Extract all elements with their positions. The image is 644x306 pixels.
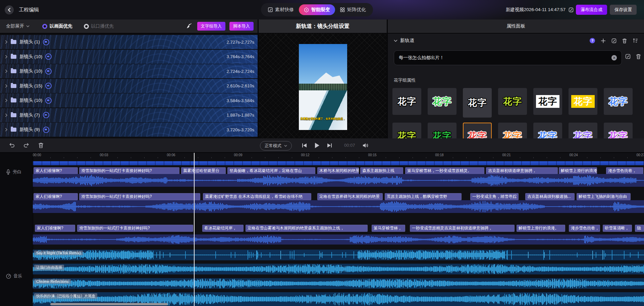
edit-icon[interactable] bbox=[611, 38, 616, 43]
fancy-text-style-tile[interactable]: 花字 bbox=[428, 88, 457, 115]
music-waveform-track[interactable]: Say It Right (TikTok Remix) bbox=[33, 250, 644, 260]
subtitle-clip[interactable]: 策马穿梭雪林， bbox=[372, 225, 405, 232]
delete-icon[interactable] bbox=[38, 142, 44, 148]
radio-voice-label[interactable]: 以口播优先 bbox=[91, 23, 114, 29]
chevron-right-icon[interactable] bbox=[5, 128, 8, 132]
chevron-right-icon[interactable] bbox=[5, 98, 8, 102]
expand-all-dropdown[interactable]: 全部展开 bbox=[6, 23, 30, 29]
horizontal-scrollbar[interactable] bbox=[50, 303, 168, 305]
shot-group-row[interactable]: 新镜头 (10)2.724s-2.724s bbox=[0, 64, 258, 78]
subtitle-clip[interactable]: 解锁雪上滑行的浪漫 bbox=[559, 167, 597, 174]
save-settings-button[interactable]: 保存设置 bbox=[610, 5, 637, 15]
tab-smart-split[interactable]: 智能裂变 bbox=[299, 4, 335, 15]
video-preview[interactable]: 晨雾漫过雪顶木屋了，在禾木桥边驻足， bbox=[299, 44, 347, 130]
radio-screen-first[interactable] bbox=[42, 24, 47, 29]
subtitle-clip[interactable]: 吉克普林高级到极速驰... bbox=[525, 193, 575, 200]
fancy-text-style-tile[interactable]: 花字 bbox=[569, 123, 597, 138]
subtitle-clip[interactable]: 家人们谁懂啊? bbox=[35, 225, 75, 232]
camera-swap-icon[interactable] bbox=[43, 112, 49, 118]
camera-swap-icon[interactable] bbox=[43, 39, 49, 45]
rename-icon[interactable] bbox=[569, 7, 574, 12]
subtitle-clip[interactable]: 滑雪加旅拍的一站式打卡直接封神好吗? bbox=[77, 225, 193, 232]
subtitle-clip[interactable]: 荒原主题旅拍上线，酷飒穿梭雪野 bbox=[385, 193, 462, 200]
subtitle-clip[interactable]: 吉克普林初级道肆意驰骋， bbox=[486, 167, 558, 174]
subtitle-clip[interactable]: 听雪落清晰， bbox=[603, 225, 632, 232]
playhead[interactable] bbox=[194, 153, 195, 306]
subtitle-clip[interactable]: 登高俯瞰，看冰花凝结河岸，定格在雪山 bbox=[227, 167, 315, 174]
script-import-button[interactable]: 脚本导入 bbox=[229, 22, 254, 31]
music-waveform-track[interactable]: Chrome Reflections bbox=[33, 278, 644, 289]
camera-swap-icon[interactable] bbox=[45, 97, 52, 104]
fancy-text-style-tile[interactable]: 花字 bbox=[392, 88, 421, 115]
undo-icon[interactable] bbox=[9, 143, 15, 148]
video-track-strip[interactable] bbox=[33, 161, 644, 165]
subtitle-clip[interactable]: 一秒变成雪原精灵吉克普林初级道肆意驰骋， bbox=[410, 225, 515, 232]
delete-icon[interactable] bbox=[636, 54, 641, 59]
subtitle-clip[interactable]: 漫步雪色街巷， bbox=[569, 225, 600, 232]
chevron-right-icon[interactable] bbox=[5, 55, 8, 59]
caption-text-input[interactable]: 每一张怎么拍都出片！ ✕ bbox=[394, 50, 622, 65]
fancy-text-style-tile[interactable]: 花字 bbox=[533, 88, 562, 115]
radio-voice-first[interactable] bbox=[84, 24, 89, 29]
back-button[interactable] bbox=[5, 5, 14, 14]
radio-screen-label[interactable]: 以画面优先 bbox=[50, 23, 72, 29]
edit-icon[interactable] bbox=[625, 54, 631, 59]
add-icon[interactable] bbox=[601, 38, 606, 43]
subtitle-clip[interactable]: 滑雪加旅拍的一站式打卡直接封神好吗? bbox=[79, 167, 179, 174]
next-frame-icon[interactable] bbox=[327, 143, 332, 148]
text-group-import-button[interactable]: 文字组导入 bbox=[197, 22, 226, 31]
subtitle-clip[interactable]: 晨雾漫过哈登观景台 bbox=[181, 167, 226, 174]
sort-list-icon[interactable] bbox=[633, 38, 638, 43]
camera-swap-icon[interactable] bbox=[45, 83, 52, 89]
subtitle-clip[interactable]: 解锁雪上滑行的浪漫。 bbox=[517, 225, 565, 232]
camera-swap-icon[interactable] bbox=[45, 68, 52, 75]
fancy-text-style-tile[interactable]: 花字 bbox=[463, 88, 492, 118]
subtitle-clip[interactable]: 漫步雪色街巷， bbox=[606, 167, 643, 174]
music-waveform-track[interactable]: 让我们自由选择 bbox=[33, 264, 644, 274]
fancy-text-style-tile[interactable]: 花字 bbox=[604, 123, 633, 138]
subtitle-clip[interactable]: 森系主题旅拍上线 bbox=[360, 167, 403, 174]
shot-group-row[interactable]: 新镜头 (9)3.720s-3.720s bbox=[0, 123, 258, 137]
play-icon[interactable] bbox=[314, 142, 320, 148]
fancy-text-style-tile[interactable]: 花字 bbox=[463, 123, 492, 138]
fancy-text-style-tile[interactable]: 花字 bbox=[498, 88, 527, 115]
play-mode-dropdown[interactable]: 正常模式 bbox=[260, 141, 292, 150]
fancy-text-style-tile[interactable]: 花字 bbox=[604, 88, 633, 115]
fancy-text-style-tile[interactable]: 花字 bbox=[498, 123, 527, 138]
chevron-right-icon[interactable] bbox=[5, 84, 8, 88]
subtitle-clip[interactable]: 定格在雪山雾凇与木屋同框的绝景森系主题旅拍上线， bbox=[246, 225, 368, 232]
subtitle-clip[interactable]: 策马穿梭雪林，一秒变成雪原精灵。 bbox=[405, 167, 484, 174]
shot-group-row[interactable]: 新镜头 (15)2.610s-2.610s bbox=[0, 79, 258, 93]
fancy-text-style-tile[interactable]: 花字 bbox=[428, 123, 457, 138]
subtitle-clip[interactable]: 看冰花凝结河岸， bbox=[202, 225, 244, 232]
subtitle-clip[interactable]: 家人们谁懂啊? bbox=[34, 167, 78, 174]
tab-material-fix[interactable]: 素材快修 bbox=[263, 4, 299, 15]
fancy-text-style-tile[interactable]: 花字 bbox=[533, 123, 562, 138]
delete-icon[interactable] bbox=[622, 38, 627, 43]
chevron-right-icon[interactable] bbox=[5, 40, 8, 44]
subtitle-clip[interactable]: 滑雪加旅拍的一站式打卡直接封神好吗? bbox=[79, 193, 200, 200]
chevron-right-icon[interactable] bbox=[5, 113, 8, 117]
waterfall-compose-button[interactable]: 瀑布流合成 bbox=[576, 5, 607, 15]
subtitle-clip[interactable]: 定格在雪原界碑与木屋同框的绝景 bbox=[317, 193, 383, 200]
clear-input-icon[interactable]: ✕ bbox=[611, 55, 617, 60]
prev-frame-icon[interactable] bbox=[302, 143, 307, 148]
camera-swap-icon[interactable] bbox=[45, 53, 52, 60]
shot-group-row[interactable]: 新镜头 (1)2.727s-2.727s bbox=[0, 35, 258, 49]
subtitle-clip[interactable]: 解锁雪上飞驰的刺激与自由 bbox=[577, 193, 631, 200]
broom-icon[interactable] bbox=[186, 23, 192, 29]
fancy-text-style-tile[interactable]: 花字 bbox=[569, 88, 597, 115]
narration-waveform-track[interactable] bbox=[33, 174, 644, 187]
fancy-text-style-tile[interactable]: 花字 bbox=[392, 123, 421, 138]
volume-icon[interactable] bbox=[363, 143, 369, 148]
subtitle-clip[interactable]: 隐 bbox=[635, 225, 644, 232]
shot-group-row[interactable]: 新镜头 (7)1.887s-1.887s bbox=[0, 108, 258, 122]
subtitle-clip[interactable]: 木桥与木屋同框的绝景 bbox=[317, 167, 359, 174]
subtitle-clip[interactable]: 晨雾漫过旷野雪原 在禾木边境线驻足，看雪岭连绵不绝 bbox=[203, 193, 311, 200]
subtitle-clip[interactable]: 一秒变成主角，踏雪寻踪 bbox=[470, 193, 519, 200]
shot-group-row[interactable]: 新镜头 (10)3.764s-3.764s bbox=[0, 50, 258, 64]
narration-waveform-track[interactable] bbox=[33, 234, 644, 245]
tab-matrix-optimize[interactable]: 矩阵优化 bbox=[335, 4, 371, 15]
redo-icon[interactable] bbox=[23, 143, 30, 148]
chevron-right-icon[interactable] bbox=[5, 69, 8, 73]
